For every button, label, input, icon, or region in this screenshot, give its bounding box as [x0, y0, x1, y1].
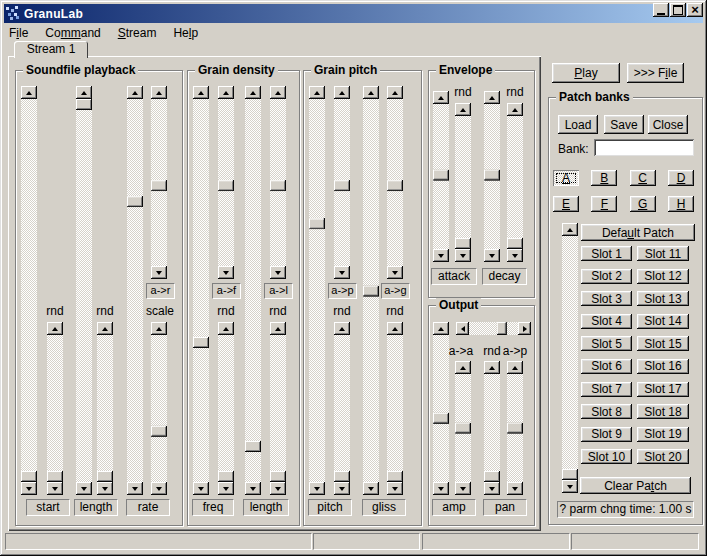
- start-rnd-slider[interactable]: [47, 322, 63, 495]
- a-g-increment-button[interactable]: [387, 266, 403, 279]
- gliss-main-track[interactable]: [363, 99, 379, 482]
- scale-thumb[interactable]: [151, 426, 167, 437]
- patch-scroll-track[interactable]: [562, 236, 578, 480]
- decay-rnd-track[interactable]: [507, 116, 523, 249]
- length-rnd-thumb[interactable]: [97, 471, 113, 482]
- a-r-thumb[interactable]: [151, 180, 167, 191]
- freq-rnd-slider[interactable]: [218, 322, 234, 495]
- rate-main-increment-button[interactable]: [127, 482, 143, 495]
- glen-rnd-increment-button[interactable]: [270, 482, 286, 495]
- bank-button-a[interactable]: A: [553, 170, 579, 186]
- slot-button-15[interactable]: Slot 15: [637, 336, 689, 351]
- rate-main-decrement-button[interactable]: [127, 86, 143, 99]
- gliss-rnd-thumb[interactable]: [387, 471, 403, 482]
- clear-patch-button[interactable]: Clear Patch: [580, 477, 691, 494]
- decay-rnd-decrement-button[interactable]: [507, 103, 523, 116]
- menu-item-file[interactable]: File: [6, 25, 31, 41]
- a-f-decrement-button[interactable]: [218, 86, 234, 99]
- attack-main-thumb[interactable]: [433, 170, 449, 181]
- attack-rnd-decrement-button[interactable]: [455, 103, 471, 116]
- a-f-thumb[interactable]: [218, 180, 234, 191]
- slot-button-20[interactable]: Slot 20: [637, 449, 689, 464]
- rate-main-slider[interactable]: [127, 86, 143, 495]
- glen-main-track[interactable]: [245, 99, 261, 482]
- gliss-rnd-slider[interactable]: [387, 322, 403, 495]
- start-rnd-track[interactable]: [47, 335, 63, 482]
- amp-main-thumb[interactable]: [433, 413, 449, 424]
- glen-rnd-thumb[interactable]: [270, 471, 286, 482]
- a-p-increment-button[interactable]: [334, 266, 350, 279]
- pan-a-decrement-button[interactable]: [507, 361, 523, 374]
- pan-main-decrement-button[interactable]: [456, 322, 469, 335]
- length-rnd-decrement-button[interactable]: [97, 322, 113, 335]
- pan-rnd-slider[interactable]: [484, 361, 500, 495]
- start-main-track[interactable]: [21, 99, 37, 482]
- gliss-rnd-track[interactable]: [387, 335, 403, 482]
- glen-main-increment-button[interactable]: [245, 482, 261, 495]
- pitch-main-track[interactable]: [309, 99, 325, 482]
- a-l-slider[interactable]: [270, 86, 286, 279]
- pan-a-increment-button[interactable]: [507, 482, 523, 495]
- pitch-main-thumb[interactable]: [309, 218, 325, 229]
- freq-rnd-decrement-button[interactable]: [218, 322, 234, 335]
- menu-item-command[interactable]: Command: [42, 25, 103, 41]
- freq-main-decrement-button[interactable]: [193, 86, 209, 99]
- pitch-rnd-track[interactable]: [334, 335, 350, 482]
- scale-decrement-button[interactable]: [151, 322, 167, 335]
- slot-button-9[interactable]: Slot 9: [581, 427, 632, 442]
- slot-button-1[interactable]: Slot 1: [581, 246, 632, 261]
- a-p-decrement-button[interactable]: [334, 86, 350, 99]
- scale-increment-button[interactable]: [151, 482, 167, 495]
- load-button[interactable]: Load: [558, 115, 598, 134]
- a-g-decrement-button[interactable]: [387, 86, 403, 99]
- glen-rnd-slider[interactable]: [270, 322, 286, 495]
- a-f-slider[interactable]: [218, 86, 234, 279]
- a-l-decrement-button[interactable]: [270, 86, 286, 99]
- attack-rnd-thumb[interactable]: [455, 238, 471, 249]
- pan-a-slider[interactable]: [507, 361, 523, 495]
- pitch-rnd-slider[interactable]: [334, 322, 350, 495]
- bank-input[interactable]: [594, 139, 694, 156]
- length-main-thumb[interactable]: [76, 99, 92, 110]
- titlebar[interactable]: GranuLab: [4, 4, 703, 23]
- amp-main-increment-button[interactable]: [433, 482, 449, 495]
- freq-main-slider[interactable]: [193, 86, 209, 495]
- play-button[interactable]: Play: [552, 63, 620, 83]
- amp-a-thumb[interactable]: [455, 423, 471, 434]
- patch-scroll-increment-button[interactable]: [562, 480, 578, 493]
- scale-slider[interactable]: [151, 322, 167, 495]
- pitch-main-decrement-button[interactable]: [309, 86, 325, 99]
- pitch-main-increment-button[interactable]: [309, 482, 325, 495]
- slot-button-18[interactable]: Slot 18: [637, 404, 689, 419]
- a-r-slider[interactable]: [151, 86, 167, 279]
- a-f-increment-button[interactable]: [218, 266, 234, 279]
- gliss-main-thumb[interactable]: [363, 285, 379, 296]
- pan-a-thumb[interactable]: [507, 423, 523, 434]
- length-rnd-track[interactable]: [97, 335, 113, 482]
- start-rnd-increment-button[interactable]: [47, 482, 63, 495]
- bank-button-c[interactable]: C: [630, 170, 656, 186]
- pan-a-track[interactable]: [507, 374, 523, 482]
- a-r-decrement-button[interactable]: [151, 86, 167, 99]
- length-main-increment-button[interactable]: [76, 482, 92, 495]
- attack-main-increment-button[interactable]: [433, 249, 449, 262]
- close-button[interactable]: ×: [687, 3, 703, 17]
- rate-main-thumb[interactable]: [127, 196, 143, 207]
- amp-a-track[interactable]: [455, 374, 471, 482]
- freq-rnd-thumb[interactable]: [218, 471, 234, 482]
- decay-main-decrement-button[interactable]: [484, 91, 500, 104]
- attack-main-slider[interactable]: [433, 91, 449, 262]
- slot-button-5[interactable]: Slot 5: [581, 336, 632, 351]
- to-file-button[interactable]: >>> File: [627, 63, 684, 83]
- freq-rnd-increment-button[interactable]: [218, 482, 234, 495]
- bank-button-d[interactable]: D: [668, 170, 694, 186]
- gliss-main-decrement-button[interactable]: [363, 86, 379, 99]
- gliss-main-slider[interactable]: [363, 86, 379, 495]
- menu-item-stream[interactable]: Stream: [115, 25, 160, 41]
- attack-rnd-slider[interactable]: [455, 103, 471, 262]
- pan-rnd-thumb[interactable]: [484, 471, 500, 482]
- attack-rnd-track[interactable]: [455, 116, 471, 249]
- slot-button-8[interactable]: Slot 8: [581, 404, 632, 419]
- a-f-track[interactable]: [218, 99, 234, 266]
- amp-a-increment-button[interactable]: [455, 482, 471, 495]
